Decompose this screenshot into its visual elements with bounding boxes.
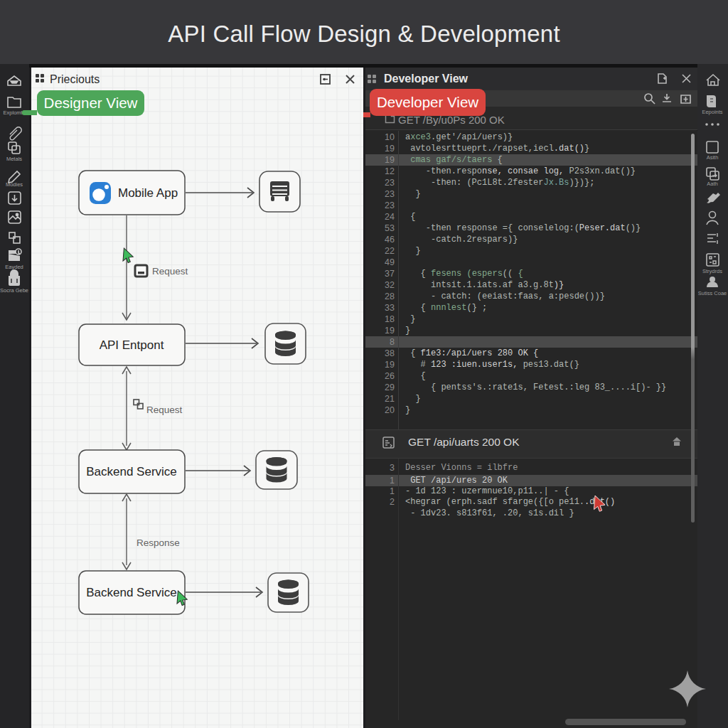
svg-text:Metals: Metals <box>6 156 22 162</box>
svg-text:Mobile App: Mobile App <box>118 186 178 200</box>
svg-text:Aath: Aath <box>707 181 717 187</box>
svg-text:Eepoints: Eepoints <box>702 109 722 115</box>
svg-text:Modies: Modies <box>6 181 23 188</box>
svg-text:API Entpont: API Entpont <box>100 338 164 352</box>
svg-text:Response: Response <box>136 537 180 548</box>
svg-text:Sutiss Coae: Sutiss Coae <box>698 290 727 296</box>
svg-text:Asith: Asith <box>707 154 719 161</box>
svg-text:Backend Service: Backend Service <box>86 465 177 478</box>
svg-text:Request: Request <box>152 266 188 277</box>
svg-text:Request: Request <box>146 405 183 415</box>
svg-text:Backend Service: Backend Service <box>86 586 177 599</box>
svg-text:Socra Gebe: Socra Gebe <box>0 287 28 294</box>
svg-text:Eayded: Eayded <box>5 264 23 270</box>
svg-text:Prieciouts: Prieciouts <box>50 73 100 85</box>
svg-text:Strydrds: Strydrds <box>702 268 722 274</box>
